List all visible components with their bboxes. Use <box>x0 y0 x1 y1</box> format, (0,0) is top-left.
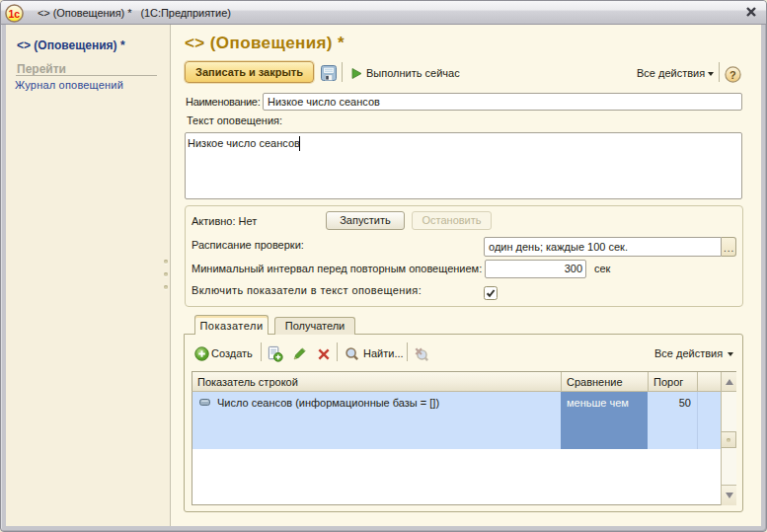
svg-text:1с: 1с <box>8 8 20 20</box>
svg-text:?: ? <box>729 69 736 81</box>
